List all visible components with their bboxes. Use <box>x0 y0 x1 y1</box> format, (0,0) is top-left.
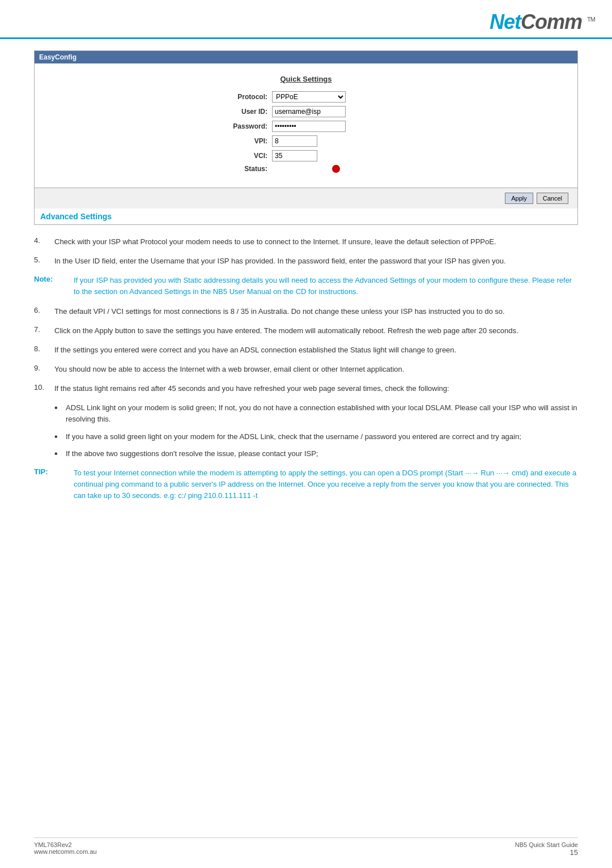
page-number: 15 <box>570 848 578 857</box>
protocol-select[interactable]: PPPoE <box>272 91 346 103</box>
guide-name: NB5 Quick Start Guide <box>515 841 578 848</box>
userid-input[interactable] <box>272 106 346 117</box>
item-text-10: If the status light remains red after 45… <box>54 383 578 394</box>
vci-label: VCI: <box>210 152 272 160</box>
bullet-dot-2: • <box>54 431 66 442</box>
instruction-item-4: 4. Check with your ISP what Protocol you… <box>34 236 578 248</box>
instruction-item-9: 9. You should now be able to access the … <box>34 364 578 375</box>
footer-right: NB5 Quick Start Guide 15 <box>515 841 578 857</box>
instruction-item-7: 7. Click on the Apply button to save the… <box>34 325 578 337</box>
easyconfig-panel: EasyConfig Quick Settings Protocol: PPPo… <box>34 50 578 225</box>
item-number-7: 7. <box>34 325 54 334</box>
item-text-7: Click on the Apply button to save the se… <box>54 325 578 337</box>
password-row: Password: <box>210 121 402 132</box>
page-header: NetComm TM <box>0 0 612 39</box>
instruction-item-5: 5. In the User ID field, enter the Usern… <box>34 256 578 267</box>
bullet-item-3: • If the above two suggestions don't res… <box>54 448 578 459</box>
item-text-5: In the User ID field, enter the Username… <box>54 256 578 267</box>
content-area: EasyConfig Quick Settings Protocol: PPPo… <box>0 39 612 543</box>
bullet-item-1: • ADSL Link light on your modem is solid… <box>54 402 578 425</box>
item-text-9: You should now be able to access the Int… <box>54 364 578 375</box>
protocol-row: Protocol: PPPoE <box>210 91 402 103</box>
tip-row: TIP: To test your Internet connection wh… <box>34 467 578 501</box>
tip-text: To test your Internet connection while t… <box>74 467 578 501</box>
item-number-8: 8. <box>34 344 54 353</box>
vpi-input[interactable] <box>272 135 317 147</box>
protocol-label: Protocol: <box>210 93 272 101</box>
logo: NetComm TM <box>490 10 595 34</box>
instructions: 4. Check with your ISP what Protocol you… <box>34 236 578 501</box>
item-text-4: Check with your ISP what Protocol your m… <box>54 236 578 248</box>
advanced-settings-row: Advanced Settings <box>35 209 577 224</box>
item-number-5: 5. <box>34 256 54 264</box>
password-label: Password: <box>210 122 272 130</box>
item-number-6: 6. <box>34 306 54 314</box>
apply-button[interactable]: Apply <box>505 193 533 204</box>
page-footer: YML763Rev2 www.netcomm.com.au NB5 Quick … <box>34 837 578 857</box>
item-text-6: The default VPI / VCI settings for most … <box>54 306 578 317</box>
status-indicator <box>332 165 340 173</box>
advanced-settings-link[interactable]: Advanced Settings <box>40 210 112 223</box>
note-row: Note: If your ISP has provided you with … <box>34 275 578 297</box>
bullet-dot-3: • <box>54 448 66 459</box>
panel-title: EasyConfig <box>35 51 577 63</box>
footer-left: YML763Rev2 www.netcomm.com.au <box>34 841 97 857</box>
trademark: TM <box>587 16 595 23</box>
note-text: If your ISP has provided you with Static… <box>74 275 578 297</box>
bullet-text-3: If the above two suggestions don't resol… <box>66 448 578 459</box>
vci-row: VCI: <box>210 150 402 161</box>
instruction-item-8: 8. If the settings you entered were corr… <box>34 344 578 356</box>
tip-label: TIP: <box>34 467 74 476</box>
bullet-dot-1: • <box>54 402 66 413</box>
panel-body: Quick Settings Protocol: PPPoE User ID: … <box>35 63 577 188</box>
form-table: Protocol: PPPoE User ID: Password: <box>210 91 402 173</box>
instruction-item-10: 10. If the status light remains red afte… <box>34 383 578 394</box>
quick-settings-heading: Quick Settings <box>46 75 566 83</box>
userid-row: User ID: <box>210 106 402 117</box>
status-row: Status: <box>210 165 402 173</box>
cancel-button[interactable]: Cancel <box>537 193 568 204</box>
website: www.netcomm.com.au <box>34 848 97 855</box>
part-number: YML763Rev2 <box>34 841 97 848</box>
note-label: Note: <box>34 275 74 283</box>
bullet-item-2: • If you have a solid green light on you… <box>54 431 578 442</box>
password-input[interactable] <box>272 121 346 132</box>
item-number-4: 4. <box>34 236 54 245</box>
item-text-8: If the settings you entered were correct… <box>54 344 578 356</box>
panel-footer: Apply Cancel <box>35 188 577 209</box>
bullet-text-2: If you have a solid green light on your … <box>66 431 578 442</box>
bullet-text-1: ADSL Link light on your modem is solid g… <box>66 402 578 425</box>
status-label: Status: <box>210 165 272 173</box>
bullet-list: • ADSL Link light on your modem is solid… <box>54 402 578 459</box>
userid-label: User ID: <box>210 108 272 116</box>
instruction-item-6: 6. The default VPI / VCI settings for mo… <box>34 306 578 317</box>
item-number-10: 10. <box>34 383 54 392</box>
vpi-row: VPI: <box>210 135 402 147</box>
vci-input[interactable] <box>272 150 317 161</box>
item-number-9: 9. <box>34 364 54 372</box>
vpi-label: VPI: <box>210 137 272 145</box>
